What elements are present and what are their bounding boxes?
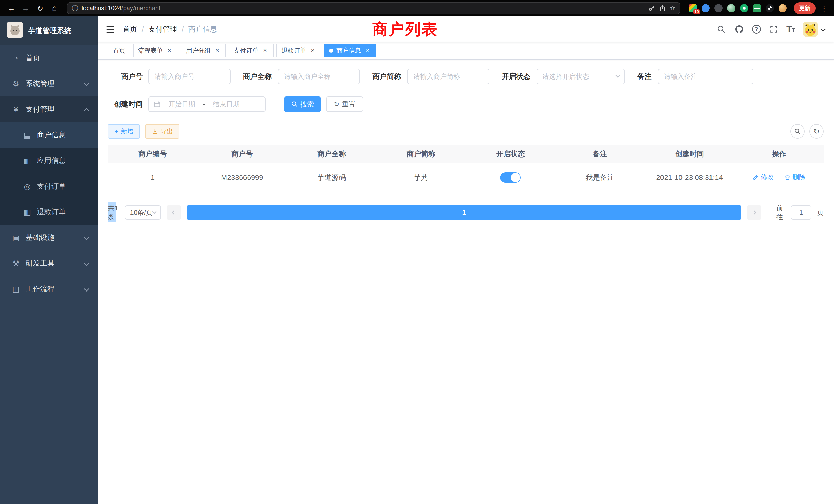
create-time-range-picker[interactable]: - (148, 96, 265, 112)
browser-reload-icon[interactable]: ↻ (34, 2, 46, 14)
toggle-search-button[interactable] (790, 124, 805, 139)
sidebar-item-app-info[interactable]: ▦ 应用信息 (0, 148, 97, 174)
address-bar[interactable]: ⓘ localhost:1024/pay/merchant ☆ (67, 2, 680, 14)
sidebar-fold-icon[interactable] (97, 24, 123, 34)
status-toggle[interactable] (500, 173, 521, 183)
extensions-row: 10 (689, 4, 787, 12)
browser-forward-icon[interactable]: → (20, 2, 32, 14)
close-icon[interactable] (309, 47, 316, 54)
payment-submenu: ▤ 商户信息 ▦ 应用信息 ◎ 支付订单 ▥ 退款订单 (0, 122, 97, 225)
extension-icon-2[interactable] (702, 4, 710, 12)
start-date-input[interactable] (163, 100, 201, 108)
help-icon[interactable]: ? (752, 25, 761, 33)
workflow-icon: ◫ (10, 284, 22, 294)
browser-update-button[interactable]: 更新 (794, 2, 815, 14)
extension-icon-3[interactable] (714, 4, 723, 12)
chevron-down-icon (616, 74, 620, 78)
close-icon[interactable] (214, 47, 221, 54)
add-button[interactable]: + 新增 (108, 124, 140, 139)
profile-avatar-icon[interactable] (778, 4, 787, 12)
refresh-table-button[interactable]: ↻ (809, 124, 824, 139)
navbar-right-menu: ? TT (716, 22, 825, 37)
close-icon[interactable] (364, 47, 371, 54)
breadcrumb-payment[interactable]: 支付管理 (148, 24, 177, 34)
reset-button-label: 重置 (342, 100, 355, 109)
bookmark-star-icon[interactable]: ☆ (670, 5, 675, 12)
sidebar-item-refund-order[interactable]: ▥ 退款订单 (0, 199, 97, 225)
sidebar-item-dev-tools[interactable]: ⚒ 研发工具 (0, 250, 97, 276)
tab-merchant-info[interactable]: 商户信息 (324, 44, 376, 57)
url-text: localhost:1024/pay/merchant (82, 5, 160, 12)
merchant-no-input[interactable] (148, 69, 231, 84)
sidebar-item-infrastructure[interactable]: ▣ 基础设施 (0, 225, 97, 250)
search-icon[interactable] (716, 24, 726, 35)
sidebar-item-payment[interactable]: ¥ 支付管理 (0, 96, 97, 122)
grid-icon: ▦ (22, 156, 33, 165)
short-name-input[interactable] (407, 69, 489, 84)
password-key-icon[interactable] (648, 5, 655, 12)
full-name-field: 商户全称 (243, 69, 360, 84)
font-size-icon[interactable]: TT (787, 25, 795, 33)
chevron-down-icon (84, 235, 89, 240)
sidebar-item-pay-order[interactable]: ◎ 支付订单 (0, 174, 97, 199)
breadcrumb-current: 商户信息 (189, 24, 217, 34)
avatar[interactable] (803, 22, 818, 37)
tab-process-form[interactable]: 流程表单 (133, 44, 178, 57)
cell-short-name: 芋艿 (376, 163, 466, 192)
cell-status (466, 163, 555, 192)
table-toolbar: + 新增 导出 ↻ (108, 124, 824, 139)
breadcrumb-home[interactable]: 首页 (123, 24, 137, 34)
end-date-input[interactable] (207, 100, 245, 108)
remark-field: 备注 (637, 69, 753, 84)
merchant-no-label: 商户号 (108, 72, 143, 81)
cell-merchant-id: 1 (108, 163, 197, 192)
create-time-label: 创建时间 (108, 99, 143, 109)
tab-user-group[interactable]: 用户分组 (181, 44, 226, 57)
next-page-button[interactable] (747, 205, 761, 220)
extension-icon-4[interactable] (727, 4, 736, 12)
prev-page-button[interactable] (167, 205, 181, 220)
remark-input[interactable] (658, 69, 753, 84)
site-info-icon[interactable]: ⓘ (72, 4, 78, 12)
tab-home[interactable]: 首页 (108, 44, 130, 57)
user-avatar-menu[interactable] (803, 22, 825, 37)
dashboard-icon: ◔ (10, 54, 22, 62)
browser-menu-icon[interactable]: ⋮ (820, 4, 829, 13)
extension-badge: 10 (693, 9, 700, 14)
fullscreen-icon[interactable] (769, 24, 779, 35)
search-button[interactable]: 搜索 (284, 96, 321, 112)
full-name-input[interactable] (278, 69, 360, 84)
reset-button[interactable]: ↻ 重置 (326, 96, 363, 112)
sidebar-item-workflow[interactable]: ◫ 工作流程 (0, 276, 97, 302)
extension-icon-5[interactable] (740, 4, 748, 12)
edit-link[interactable]: 修改 (752, 173, 774, 182)
sidebar-item-merchant-info[interactable]: ▤ 商户信息 (0, 122, 97, 148)
logo-area[interactable]: 芋道管理系统 (0, 17, 97, 45)
github-icon[interactable] (734, 24, 744, 35)
goto-unit-label: 页 (817, 208, 824, 217)
share-icon[interactable] (659, 5, 666, 12)
delete-link[interactable]: 删除 (784, 173, 806, 182)
browser-back-icon[interactable]: ← (5, 2, 18, 14)
close-icon[interactable] (261, 47, 269, 54)
column-header: 商户简称 (376, 145, 466, 163)
page-number-button[interactable]: 1 (187, 205, 741, 220)
page-size-select[interactable]: 10条/页 (125, 205, 161, 220)
close-icon[interactable] (166, 47, 173, 54)
short-name-field: 商户简称 (372, 69, 489, 84)
browser-home-icon[interactable]: ⌂ (48, 2, 61, 14)
sidebar-item-label: 应用信息 (37, 156, 66, 165)
goto-page-input[interactable] (791, 205, 811, 220)
column-header: 创建时间 (645, 145, 734, 163)
url-host: localhost:1024 (82, 5, 122, 12)
extension-icon-7[interactable] (766, 4, 774, 12)
tab-pay-order[interactable]: 支付订单 (228, 44, 274, 57)
status-select[interactable]: 请选择开启状态 (537, 69, 625, 84)
sidebar-item-home[interactable]: ◔ 首页 (0, 45, 97, 71)
gear-icon: ⚙ (10, 79, 22, 88)
export-button[interactable]: 导出 (145, 124, 179, 139)
extension-icon-1[interactable]: 10 (689, 4, 697, 12)
extension-icon-6[interactable] (753, 4, 761, 12)
tab-refund-order[interactable]: 退款订单 (276, 44, 322, 57)
sidebar-item-system[interactable]: ⚙ 系统管理 (0, 71, 97, 96)
